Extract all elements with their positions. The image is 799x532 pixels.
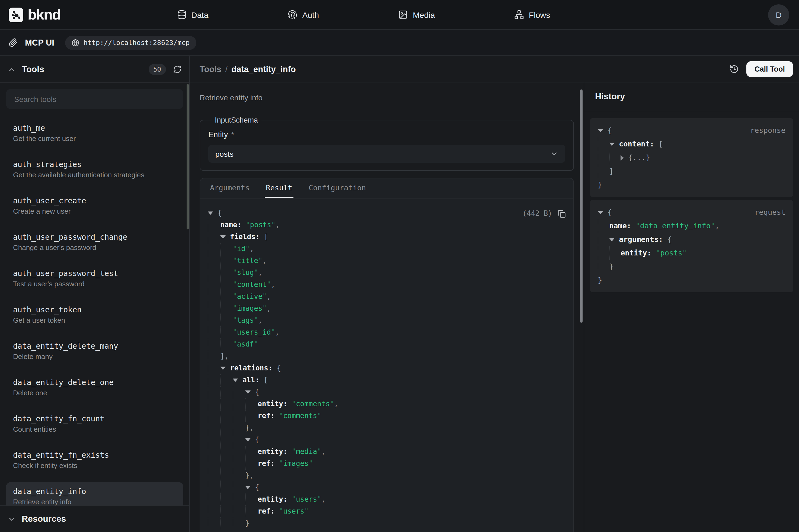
tool-list-item[interactable]: auth_user_createCreate a new user (6, 191, 183, 221)
json-line: "active", (208, 291, 566, 303)
history-entries: response{content: [{...}]}request{name: … (584, 111, 799, 299)
tab-result[interactable]: Result (265, 178, 293, 198)
refresh-icon[interactable] (173, 65, 182, 74)
copy-button[interactable] (558, 210, 566, 218)
tool-list-item[interactable]: data_entity_fn_existsCheck if entity exi… (6, 446, 183, 475)
expand-toggle-icon[interactable] (598, 129, 603, 132)
page: bknd Data Auth Media Flows D MCP UI (0, 0, 799, 532)
history-toggle-button[interactable] (726, 61, 742, 77)
tool-description: Test a user's password (13, 279, 176, 289)
tool-list: auth_meGet the current userauth_strategi… (6, 119, 183, 511)
tool-description: Create a new user (13, 207, 176, 216)
main-scrollbar-thumb[interactable] (580, 90, 583, 323)
nav-item-data[interactable]: Data (176, 10, 208, 20)
chevron-up-icon[interactable] (7, 65, 16, 74)
expand-toggle-icon[interactable] (220, 235, 226, 239)
tool-description: Get a user token (13, 316, 176, 325)
tool-description: Count entities (13, 425, 176, 434)
json-line: name: "posts", (208, 219, 566, 231)
json-line: ] (598, 164, 785, 178)
json-line: "content", (208, 279, 566, 291)
tools-section-title: Tools (22, 64, 44, 74)
tool-name: data_entity_info (13, 486, 176, 497)
tool-list-item[interactable]: auth_user_password_changeChange a user's… (6, 228, 183, 257)
expand-toggle-icon[interactable] (245, 438, 251, 441)
search-input[interactable] (13, 94, 176, 104)
expand-toggle-icon[interactable] (609, 142, 614, 146)
json-line: } (598, 178, 785, 191)
history-panel: History response{content: [{...}]}reques… (584, 82, 799, 532)
expand-toggle-icon[interactable] (245, 391, 251, 394)
resources-section-header[interactable]: Resources (0, 506, 189, 532)
json-line: { (208, 434, 566, 446)
json-line: "id", (208, 243, 566, 255)
tool-list-item[interactable]: data_entity_delete_manyDelete many (6, 337, 183, 366)
expand-toggle-icon[interactable] (245, 486, 251, 489)
mcp-ui-title: MCP UI (25, 38, 54, 48)
tool-list-item[interactable]: auth_meGet the current user (6, 119, 183, 148)
user-avatar[interactable]: D (768, 4, 789, 25)
result-json-viewer: (442 B) {name: "posts",fields: ["id","ti… (200, 198, 573, 529)
json-line: entity: "posts" (598, 246, 785, 260)
tool-name: data_entity_fn_count (13, 413, 176, 424)
json-line: entity: "comments", (208, 398, 566, 410)
breadcrumb-tools-link[interactable]: Tools (199, 64, 221, 74)
nav-item-flows[interactable]: Flows (514, 10, 550, 20)
nav-item-media[interactable]: Media (398, 10, 435, 20)
json-line: "title", (208, 255, 566, 267)
tab-configuration[interactable]: Configuration (308, 178, 367, 198)
sidebar-scrollbar-thumb[interactable] (187, 84, 189, 229)
tab-arguments[interactable]: Arguments (209, 178, 251, 198)
tool-name: auth_user_password_change (13, 232, 176, 242)
tool-list-item[interactable]: auth_user_password_testTest a user's pas… (6, 264, 183, 293)
tool-description: Delete many (13, 352, 176, 362)
tool-name: auth_me (13, 122, 176, 133)
entity-select-value: posts (215, 149, 233, 158)
chevron-down-icon[interactable] (7, 515, 16, 523)
nav-item-auth[interactable]: Auth (287, 10, 319, 20)
required-mark: * (231, 131, 234, 139)
json-line: { (208, 481, 566, 494)
mcp-ui-app: bknd Data Auth Media Flows D MCP UI (0, 0, 799, 532)
tool-name: auth_strategies (13, 159, 176, 170)
expand-toggle-icon[interactable] (208, 211, 213, 215)
json-line: "users_id", (208, 326, 566, 338)
json-line: ], (208, 350, 566, 362)
expand-toggle-icon[interactable] (233, 379, 238, 382)
mcp-url-pill[interactable]: http://localhost:28623/mcp (65, 36, 196, 50)
json-line: all: [ (208, 374, 566, 386)
tool-list-item[interactable]: auth_strategiesGet the available authent… (6, 155, 183, 184)
json-line: name: "data_entity_info", (598, 219, 785, 233)
tool-list-item[interactable]: data_entity_fn_countCount entities (6, 410, 183, 439)
tool-list-item[interactable]: auth_user_tokenGet a user token (6, 300, 183, 330)
main-nav: Data Auth Media Flows (176, 10, 550, 20)
json-line: "asdf" (208, 338, 566, 350)
tool-list-item[interactable]: data_entity_delete_oneDelete one (6, 373, 183, 402)
call-tool-button[interactable]: Call Tool (746, 61, 793, 77)
json-line: }, (208, 470, 566, 481)
expand-toggle-icon[interactable] (598, 211, 603, 214)
breadcrumb-current-tool: data_entity_info (231, 64, 296, 74)
resources-section-title: Resources (22, 514, 66, 524)
image-icon (398, 10, 408, 20)
mcp-url-bar: MCP UI http://localhost:28623/mcp (0, 30, 799, 56)
expand-toggle-icon[interactable] (220, 366, 226, 370)
tool-name: data_entity_delete_many (13, 341, 176, 352)
expand-toggle-icon[interactable] (609, 238, 614, 241)
expand-toggle-icon[interactable] (621, 155, 624, 160)
json-line: } (208, 517, 566, 529)
json-line: entity: "users", (208, 494, 566, 506)
history-entry-response[interactable]: response{content: [{...}]} (590, 118, 793, 197)
mcp-url: http://localhost:28623/mcp (83, 38, 190, 46)
tool-description: Delete one (13, 388, 176, 398)
input-schema-legend: InputSchema (212, 116, 261, 124)
chevron-down-icon (550, 150, 558, 158)
logo-text: bknd (28, 6, 60, 23)
bknd-logo[interactable]: bknd (9, 6, 60, 23)
entity-select[interactable]: posts (208, 145, 565, 163)
entity-field-label: Entity* (208, 130, 565, 139)
history-entry-request[interactable]: request{name: "data_entity_info",argumen… (590, 200, 793, 292)
tool-description: Check if entity exists (13, 461, 176, 471)
history-icon (729, 64, 739, 74)
tools-section-header[interactable]: Tools 50 (0, 56, 189, 83)
